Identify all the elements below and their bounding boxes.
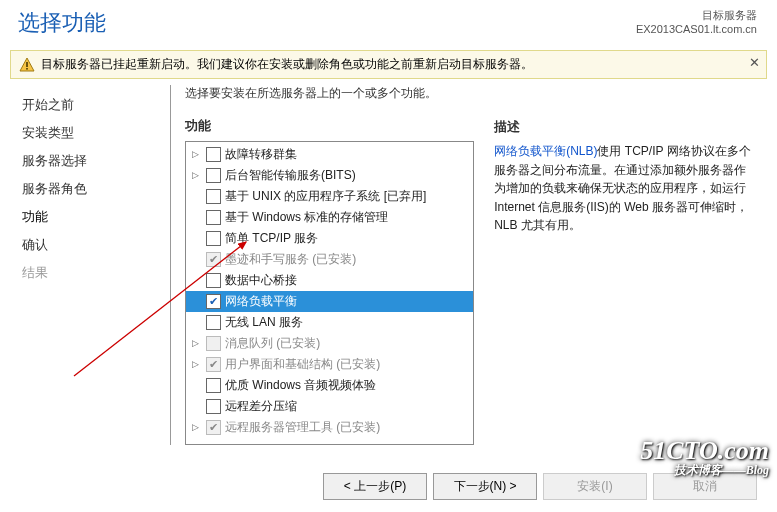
expander-icon[interactable]: ▷ (192, 145, 202, 164)
target-server-name: EX2013CAS01.lt.com.cn (636, 22, 757, 36)
feature-row[interactable]: 无线 LAN 服务 (186, 312, 473, 333)
svg-rect-2 (26, 68, 28, 70)
feature-label: 远程差分压缩 (225, 397, 297, 416)
warning-banner: 目标服务器已挂起重新启动。我们建议你在安装或删除角色或功能之前重新启动目标服务器… (10, 50, 767, 79)
feature-label: 基于 UNIX 的应用程序子系统 [已弃用] (225, 187, 426, 206)
page-title: 选择功能 (18, 8, 106, 38)
feature-label: 墨迹和手写服务 (已安装) (225, 250, 356, 269)
feature-row[interactable]: ▷后台智能传输服务(BITS) (186, 165, 473, 186)
features-heading: 功能 (185, 118, 474, 135)
svg-rect-1 (26, 62, 28, 67)
feature-row[interactable]: 网络负载平衡 (186, 291, 473, 312)
features-listbox[interactable]: ▷故障转移群集▷后台智能传输服务(BITS)基于 UNIX 的应用程序子系统 [… (185, 141, 474, 445)
description-text: 网络负载平衡(NLB)使用 TCP/IP 网络协议在多个服务器之间分布流量。在通… (494, 142, 757, 235)
sidebar-item-4[interactable]: 功能 (20, 203, 170, 231)
warning-icon (19, 57, 35, 73)
feature-label: 用户界面和基础结构 (已安装) (225, 355, 380, 374)
expander-icon[interactable]: ▷ (192, 334, 202, 353)
feature-row[interactable]: 数据中心桥接 (186, 270, 473, 291)
feature-checkbox[interactable] (206, 147, 221, 162)
prev-button[interactable]: < 上一步(P) (323, 473, 427, 500)
feature-row[interactable]: 优质 Windows 音频视频体验 (186, 375, 473, 396)
feature-label: 基于 Windows 标准的存储管理 (225, 208, 388, 227)
wizard-buttons: < 上一步(P) 下一步(N) > 安装(I) 取消 (323, 473, 757, 500)
feature-row[interactable]: ▷用户界面和基础结构 (已安装) (186, 354, 473, 375)
feature-checkbox[interactable] (206, 273, 221, 288)
sidebar-item-5[interactable]: 确认 (20, 231, 170, 259)
expander-icon[interactable]: ▷ (192, 418, 202, 437)
feature-checkbox (206, 420, 221, 435)
feature-checkbox (206, 357, 221, 372)
feature-checkbox (206, 336, 221, 351)
install-button: 安装(I) (543, 473, 647, 500)
feature-checkbox[interactable] (206, 168, 221, 183)
feature-checkbox[interactable] (206, 378, 221, 393)
feature-checkbox[interactable] (206, 294, 221, 309)
target-server-box: 目标服务器 EX2013CAS01.lt.com.cn (636, 8, 757, 37)
next-button[interactable]: 下一步(N) > (433, 473, 537, 500)
feature-label: 故障转移群集 (225, 145, 297, 164)
target-server-label: 目标服务器 (636, 8, 757, 22)
feature-label: 无线 LAN 服务 (225, 313, 303, 332)
feature-row[interactable]: 简单 TCP/IP 服务 (186, 228, 473, 249)
feature-checkbox[interactable] (206, 399, 221, 414)
feature-row[interactable]: ▷故障转移群集 (186, 144, 473, 165)
sidebar-item-6: 结果 (20, 259, 170, 287)
sidebar-item-2[interactable]: 服务器选择 (20, 147, 170, 175)
cancel-button: 取消 (653, 473, 757, 500)
feature-label: 数据中心桥接 (225, 271, 297, 290)
feature-row[interactable]: 墨迹和手写服务 (已安装) (186, 249, 473, 270)
close-icon[interactable]: ✕ (749, 55, 760, 70)
wizard-steps-sidebar: 开始之前安装类型服务器选择服务器角色功能确认结果 (20, 85, 170, 445)
description-link[interactable]: 网络负载平衡(NLB) (494, 144, 597, 158)
description-heading: 描述 (494, 119, 757, 136)
feature-row[interactable]: 基于 Windows 标准的存储管理 (186, 207, 473, 228)
feature-checkbox[interactable] (206, 189, 221, 204)
sidebar-item-0[interactable]: 开始之前 (20, 91, 170, 119)
feature-row[interactable]: ▷消息队列 (已安装) (186, 333, 473, 354)
feature-label: 优质 Windows 音频视频体验 (225, 376, 376, 395)
sidebar-item-3[interactable]: 服务器角色 (20, 175, 170, 203)
feature-checkbox[interactable] (206, 210, 221, 225)
warning-text: 目标服务器已挂起重新启动。我们建议你在安装或删除角色或功能之前重新启动目标服务器… (41, 56, 533, 73)
feature-row[interactable]: 基于 UNIX 的应用程序子系统 [已弃用] (186, 186, 473, 207)
feature-row[interactable]: ▷远程服务器管理工具 (已安装) (186, 417, 473, 438)
expander-icon[interactable]: ▷ (192, 355, 202, 374)
feature-checkbox[interactable] (206, 315, 221, 330)
feature-label: 后台智能传输服务(BITS) (225, 166, 356, 185)
intro-text: 选择要安装在所选服务器上的一个或多个功能。 (185, 85, 474, 102)
feature-label: 网络负载平衡 (225, 292, 297, 311)
feature-label: 远程服务器管理工具 (已安装) (225, 418, 380, 437)
feature-checkbox (206, 252, 221, 267)
feature-row[interactable]: 远程差分压缩 (186, 396, 473, 417)
feature-label: 简单 TCP/IP 服务 (225, 229, 318, 248)
expander-icon[interactable]: ▷ (192, 166, 202, 185)
sidebar-item-1[interactable]: 安装类型 (20, 119, 170, 147)
feature-label: 消息队列 (已安装) (225, 334, 320, 353)
feature-checkbox[interactable] (206, 231, 221, 246)
